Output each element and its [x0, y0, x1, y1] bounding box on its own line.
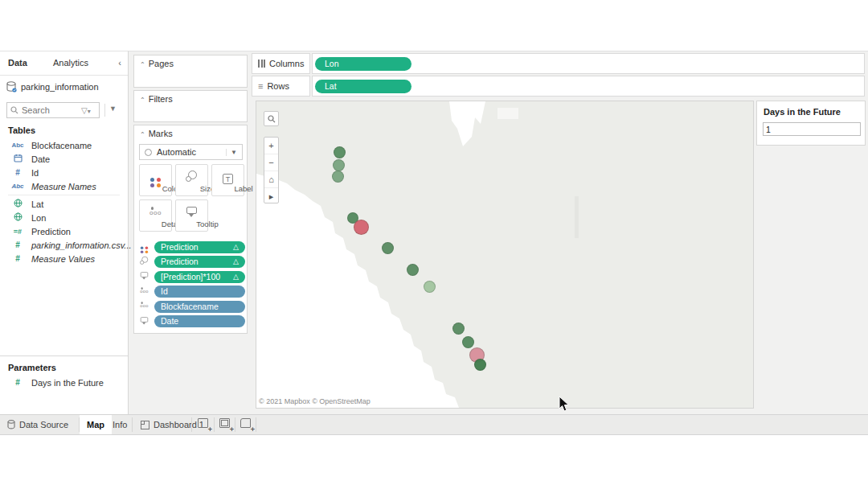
map-mark[interactable]: [407, 264, 419, 276]
zoom-in-button[interactable]: +: [264, 138, 278, 154]
field-label: Blockfacename: [31, 141, 92, 150]
delta-icon: △: [233, 241, 239, 253]
map-mark[interactable]: [332, 171, 344, 183]
map-mark[interactable]: [333, 159, 345, 171]
field-lon[interactable]: Lon: [0, 211, 128, 224]
zoom-out-button[interactable]: −: [264, 154, 278, 171]
map-mark[interactable]: [382, 242, 394, 254]
field-blockfacename[interactable]: Abc Blockfacename: [0, 138, 128, 152]
field-prediction[interactable]: =# Prediction: [0, 224, 128, 238]
rows-label-text: Rows: [267, 81, 289, 91]
chevron-up-icon[interactable]: ⌃: [140, 61, 145, 68]
field-id[interactable]: # Id: [0, 166, 128, 179]
pill-lon[interactable]: Lon: [315, 57, 411, 71]
marks-card: ⌃Marks Automatic ▼ Color Size T Label oo…: [133, 125, 248, 334]
map-mark[interactable]: [424, 281, 436, 293]
columns-shelf[interactable]: Lon: [312, 53, 865, 74]
datasource-row[interactable]: parking_information: [6, 81, 99, 92]
field-search[interactable]: ▽▾: [6, 102, 100, 118]
abc-icon: Abc: [10, 183, 26, 190]
map-tools-expand-button[interactable]: ▸: [264, 188, 278, 204]
chevron-up-icon[interactable]: ⌃: [140, 131, 145, 138]
data-pane: Data Analytics ‹ parking_information ▽▾ …: [0, 51, 129, 414]
field-label: Lat: [31, 199, 43, 209]
field-label: parking_information.csv...: [31, 240, 132, 250]
detail-button[interactable]: ooo Detail: [139, 199, 172, 232]
tooltip-button[interactable]: Tooltip: [175, 199, 208, 232]
search-icon: [10, 106, 18, 114]
map-zoom-controls: + − ⌂ ▸: [264, 137, 279, 203]
pill-row-color-prediction: Prediction△: [137, 240, 245, 255]
parameter-title: Days in the Future: [757, 101, 865, 117]
pill-lat[interactable]: Lat: [315, 80, 411, 93]
abc-icon: Abc: [10, 142, 26, 149]
detail-icon: ooo: [139, 286, 149, 297]
delta-icon: △: [233, 256, 239, 268]
new-story-button[interactable]: +: [240, 418, 254, 432]
map-mark[interactable]: [474, 359, 486, 371]
zoom-home-button[interactable]: ⌂: [264, 171, 278, 188]
circle-mark-icon: [145, 149, 152, 156]
pill-row-detail-blockfacename: ooo Blockfacename: [137, 299, 245, 314]
pill-blockfacename-detail[interactable]: Blockfacename: [154, 301, 245, 313]
map-mark[interactable]: [354, 220, 369, 235]
collapse-pane-icon[interactable]: ‹: [118, 58, 121, 68]
map-mark[interactable]: [334, 146, 346, 158]
field-label: Measure Values: [31, 254, 95, 264]
divider: [8, 195, 120, 195]
filters-shelf[interactable]: ⌃Filters: [133, 90, 248, 122]
rows-shelf[interactable]: Lat: [312, 76, 865, 97]
new-dashboard-button[interactable]: +: [219, 418, 233, 432]
map-mark[interactable]: [462, 336, 474, 348]
tab-label: Dashboard 1: [154, 420, 204, 429]
field-measure-names[interactable]: Abc Measure Names: [0, 179, 128, 193]
field-measure-values[interactable]: # Measure Values: [0, 252, 128, 265]
map-view[interactable]: + − ⌂ ▸ © 2021 Mapbox © OpenStreetMap: [256, 101, 754, 409]
pill-row-tooltip-prediction100: [Prediction]*100△: [137, 269, 245, 285]
color-button[interactable]: Color: [139, 164, 172, 196]
tab-label: Data Source: [19, 420, 68, 429]
pill-prediction-color[interactable]: Prediction△: [154, 241, 245, 253]
parameter-days-in-the-future[interactable]: # Days in the Future: [0, 376, 128, 389]
tab-info[interactable]: Info: [105, 415, 134, 434]
chevron-down-icon: ▼: [226, 149, 237, 156]
tab-data-source[interactable]: Data Source: [0, 415, 76, 434]
parameters-section: Parameters # Days in the Future: [0, 355, 128, 389]
divider: [104, 104, 105, 117]
field-date[interactable]: Date: [0, 152, 128, 166]
delta-icon: △: [233, 271, 239, 283]
new-worksheet-button[interactable]: +: [198, 418, 211, 432]
parameter-control-card: Days in the Future: [756, 101, 866, 146]
field-lat[interactable]: Lat: [0, 197, 128, 211]
divider: [235, 417, 235, 432]
columns-label-text: Columns: [269, 59, 304, 68]
calendar-icon: [10, 154, 26, 164]
map-mark[interactable]: [452, 323, 465, 335]
mouse-cursor: [559, 396, 570, 413]
field-label: Measure Names: [31, 182, 96, 191]
tab-analytics[interactable]: Analytics: [53, 58, 88, 68]
label-button[interactable]: T Label: [211, 164, 244, 196]
columns-shelf-label: Columns: [252, 53, 310, 74]
pill-id-detail[interactable]: Id: [154, 286, 245, 298]
parameter-value-input[interactable]: [763, 122, 861, 136]
field-record-count[interactable]: # parking_information.csv...: [0, 238, 128, 252]
chevron-up-icon[interactable]: ⌃: [140, 97, 145, 104]
pill-date-tooltip[interactable]: Date: [154, 315, 245, 327]
pages-shelf[interactable]: ⌃Pages: [133, 55, 248, 88]
hash-icon: #: [10, 378, 26, 387]
filters-header: ⌃Filters: [134, 91, 247, 104]
pill-prediction-size[interactable]: Prediction△: [154, 256, 245, 268]
datasource-name: parking_information: [21, 82, 99, 92]
detail-icon: ooo: [149, 206, 162, 217]
size-button[interactable]: Size: [175, 164, 208, 196]
search-input[interactable]: [22, 105, 78, 115]
map-search-button[interactable]: [264, 111, 279, 126]
tab-data[interactable]: Data: [8, 58, 27, 68]
globe-icon: [10, 199, 26, 209]
pill-prediction-100-tooltip[interactable]: [Prediction]*100△: [154, 271, 245, 283]
mark-type-dropdown[interactable]: Automatic ▼: [139, 144, 243, 160]
hash-icon: #: [10, 240, 26, 249]
filter-funnel-icon[interactable]: ▽▾: [81, 106, 91, 115]
fields-menu-caret-icon[interactable]: ▼: [109, 105, 117, 113]
